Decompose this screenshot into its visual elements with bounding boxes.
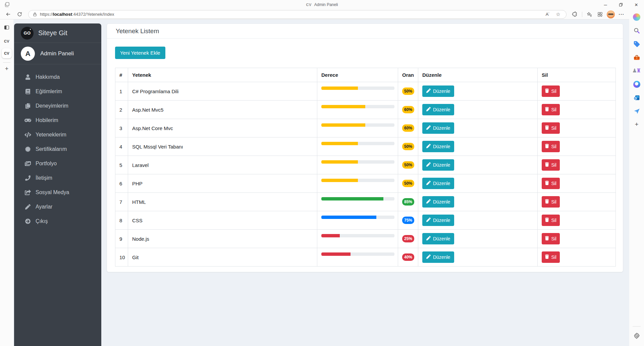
close-button[interactable]: ✕ <box>629 0 644 9</box>
table-row: 4 SQL Mssql Veri Tabanı 50% Düzenle Sil <box>115 137 616 156</box>
settings-menu-icon[interactable]: ··· <box>616 10 627 19</box>
add-skill-button[interactable]: Yeni Yetenek Ekle <box>115 47 165 59</box>
edit-button[interactable]: Düzenle <box>422 159 454 171</box>
workspaces-icon[interactable] <box>595 10 605 19</box>
search-icon[interactable] <box>630 24 643 37</box>
delete-button[interactable]: Sil <box>542 196 560 208</box>
shopping-icon[interactable] <box>630 38 643 50</box>
delete-button[interactable]: Sil <box>542 141 560 152</box>
settings-icon[interactable] <box>630 329 643 342</box>
table-row: 9 Node.js 25% Düzenle Sil <box>115 230 616 248</box>
copilot-icon[interactable] <box>630 11 643 23</box>
edit-button[interactable]: Düzenle <box>422 251 454 263</box>
sidebar-item-deneyimlerim[interactable]: Deneyimlerim <box>14 99 101 113</box>
sidebar-item-portfolyo[interactable]: Portfolyo <box>14 156 101 171</box>
sidebar-item-ayarlar[interactable]: Ayarlar <box>14 199 101 214</box>
skill-progressbar <box>321 179 394 182</box>
games-icon[interactable]: ♟♜ <box>630 64 643 77</box>
book-icon <box>24 89 31 94</box>
microsoft-365-icon[interactable] <box>630 78 643 91</box>
sidebar-item-sertifikalarim[interactable]: Sertifikalarım <box>14 142 101 156</box>
delete-button[interactable]: Sil <box>542 215 560 226</box>
edit-button[interactable]: Düzenle <box>422 215 454 226</box>
brand-row[interactable]: GO Siteye Git <box>14 23 101 43</box>
restore-button[interactable] <box>613 0 629 9</box>
delete-button[interactable]: Sil <box>542 233 560 244</box>
window-titlebar: CV Admin Paneli ─ ✕ <box>0 0 644 9</box>
tab-actions-icon[interactable] <box>3 23 11 32</box>
skill-progressbar <box>321 160 394 164</box>
column-header--: # <box>115 68 128 82</box>
edit-button[interactable]: Düzenle <box>422 141 454 152</box>
sidebar-item-hakkimda[interactable]: Hakkımda <box>14 70 101 84</box>
extensions-icon[interactable] <box>570 10 580 19</box>
edit-button[interactable]: Düzenle <box>422 85 454 97</box>
table-row: 1 C# Programlama Dili 50% Düzenle Sil <box>115 82 616 101</box>
skill-progressbar <box>321 123 394 127</box>
percent-badge: 60% <box>402 124 414 132</box>
sidebar-item-egitimlerim[interactable]: Eğitimlerim <box>14 84 101 99</box>
tab-inactive-cv[interactable]: CV <box>4 37 9 46</box>
edit-button[interactable]: Düzenle <box>422 196 454 208</box>
percent-badge: 50% <box>402 180 414 187</box>
sidebar-item-hobilerim[interactable]: Hobilerim <box>14 113 101 127</box>
favorites-icon[interactable] <box>584 10 594 19</box>
address-bar[interactable]: https://localhost:44372/Yetenek/Index A⁾… <box>28 10 567 19</box>
profile-row[interactable]: A Admin Paneli <box>14 43 101 64</box>
column-header-derece: Derece <box>317 68 398 82</box>
delete-button[interactable]: Sil <box>542 104 560 115</box>
sidebar-item-yeteneklerim[interactable]: Yeteneklerim <box>14 127 101 142</box>
sidebar-item-i-letisim[interactable]: İletişim <box>14 171 101 185</box>
outlook-icon[interactable] <box>630 91 643 104</box>
new-tab-button[interactable]: + <box>5 65 9 72</box>
refresh-button[interactable] <box>14 10 25 19</box>
delete-button[interactable]: Sil <box>542 159 560 171</box>
active-tab-title[interactable]: CV Admin Paneli <box>0 0 644 9</box>
minimize-button[interactable]: ─ <box>598 0 613 9</box>
delete-button[interactable]: Sil <box>542 251 560 263</box>
column-header-sil: Sil <box>538 68 616 82</box>
delete-button[interactable]: Sil <box>542 85 560 97</box>
skill-name: Git <box>128 248 317 267</box>
add-icon[interactable]: + <box>630 118 643 131</box>
gamepad-icon <box>24 118 31 123</box>
percent-badge: 40% <box>402 253 414 261</box>
row-number: 1 <box>115 82 128 101</box>
share-icon <box>24 190 31 195</box>
delete-button[interactable]: Sil <box>542 178 560 189</box>
skill-name: Laravel <box>128 156 317 174</box>
percent-badge: 75% <box>402 217 414 224</box>
delete-button[interactable]: Sil <box>542 122 560 134</box>
browser-toolbar: https://localhost:44372/Yetenek/Index A⁾… <box>0 9 629 19</box>
column-header-yetenek: Yetenek <box>128 68 317 82</box>
read-aloud-icon[interactable]: A⁾ <box>543 10 551 18</box>
edit-button[interactable]: Düzenle <box>422 178 454 189</box>
table-row: 10 Git 40% Düzenle Sil <box>115 248 616 267</box>
toolbar-divider <box>582 12 582 17</box>
profile-label: Admin Paneli <box>40 50 74 57</box>
back-button[interactable] <box>3 10 13 19</box>
profile-avatar[interactable] <box>606 10 616 19</box>
sidebar-item-sosyal-medya[interactable]: Sosyal Medya <box>14 185 101 199</box>
drop-icon[interactable] <box>630 105 643 117</box>
edit-button[interactable]: Düzenle <box>422 104 454 115</box>
tab-title-text: Admin Paneli <box>314 2 338 7</box>
row-number: 8 <box>115 211 128 230</box>
edit-button[interactable]: Düzenle <box>422 233 454 244</box>
skills-table: #YetenekDereceOranDüzenleSil 1 C# Progra… <box>115 68 616 267</box>
copy-icon <box>24 103 31 109</box>
lock-icon[interactable] <box>33 12 37 17</box>
table-row: 5 Laravel 50% Düzenle Sil <box>115 156 616 174</box>
percent-badge: 50% <box>402 161 414 169</box>
profile-avatar-letter: A <box>21 47 35 61</box>
tab-active-cv[interactable]: CV <box>2 48 12 58</box>
edit-button[interactable]: Düzenle <box>422 122 454 134</box>
toolbox-icon[interactable] <box>630 51 643 64</box>
code-icon <box>24 132 31 137</box>
sidebar-item-cikis[interactable]: Çıkış <box>14 214 101 228</box>
table-row: 6 PHP 50% Düzenle Sil <box>115 174 616 193</box>
row-number: 6 <box>115 174 128 193</box>
percent-badge: 85% <box>402 198 414 206</box>
favorite-star-icon[interactable]: ☆ <box>554 10 562 18</box>
percent-badge: 60% <box>402 106 414 113</box>
